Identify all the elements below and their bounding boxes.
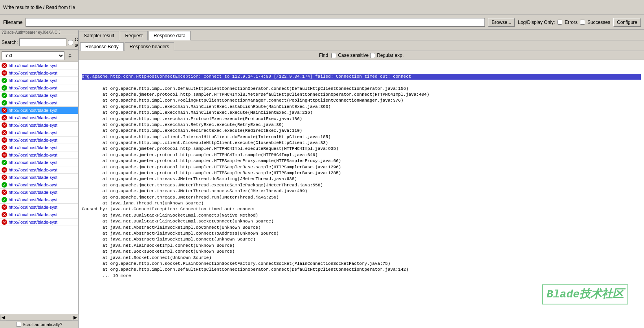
successes-checkbox[interactable]	[580, 20, 585, 25]
stack-line: at org.apache.http.impl.execchain.Redire…	[82, 128, 302, 133]
request-item[interactable]: ✕http://localhost/blade-syst	[0, 137, 78, 144]
filename-input[interactable]	[26, 18, 485, 27]
search-bar: Search: Case sensitive Regular exp. Sear…	[0, 35, 78, 50]
sub-tab-response-headers[interactable]: Response headers	[125, 42, 174, 51]
request-url: http://localhost/blade-syst	[9, 115, 57, 120]
request-item[interactable]: ✕http://localhost/blade-syst	[0, 219, 78, 226]
request-url: http://localhost/blade-syst	[9, 100, 57, 105]
request-item[interactable]: ✕http://localhost/blade-syst	[0, 211, 78, 219]
request-item[interactable]: ✕http://localhost/blade-syst	[0, 114, 78, 122]
right-panel: Sampler result Request Response data Res…	[79, 30, 644, 328]
request-item[interactable]: ✕http://localhost/blade-syst	[0, 122, 78, 129]
stack-line: at org.apache.jmeter.protocol.http.sampl…	[82, 165, 341, 169]
stack-line: at java.lang.Thread.run(Unknown Source)	[82, 201, 204, 206]
request-item[interactable]: ✓http://localhost/blade-syst	[0, 77, 78, 84]
stack-line: at org.apache.http.impl.execchain.MainCl…	[82, 110, 313, 115]
stack-line: at org.apache.jmeter.threads.JMeterThrea…	[82, 177, 297, 181]
stack-line: at org.apache.jmeter.protocol.http.sampl…	[82, 171, 341, 175]
case-sensitive-checkbox[interactable]	[68, 40, 73, 45]
left-panel-top-text: ?Blade-Auth=bearer eyJ0eXAiOiJ	[0, 30, 78, 35]
stack-line: at org.apache.jmeter.threads.JMeterThrea…	[82, 189, 307, 193]
search-input[interactable]	[19, 38, 66, 46]
stack-line: Caused by: java.net.ConnectException: Co…	[82, 207, 255, 211]
browse-button[interactable]: Browse...	[488, 18, 515, 27]
main-container: Write results to file / Read from file F…	[0, 0, 644, 328]
find-bar: Find Case sensitive Regular exp.	[79, 51, 644, 60]
find-case-sensitive-label: Case sensitive	[338, 53, 369, 58]
response-body: org.apache.http.conn.HttpHostConnectExce…	[79, 60, 644, 328]
stack-line: at java.net.Socket.connect(Unknown Sourc…	[82, 255, 211, 260]
sub-tabs-row: Response Body Response headers	[79, 40, 644, 51]
errors-label: Errors	[565, 20, 578, 25]
request-item[interactable]: ✕http://localhost/blade-syst	[0, 204, 78, 211]
tab-response-data[interactable]: Response data	[149, 31, 191, 40]
request-item[interactable]: ✓http://localhost/blade-syst	[0, 159, 78, 166]
auth-text: ?Blade-Auth=bearer eyJ0eXAiOiJ	[2, 30, 61, 35]
sub-tab-response-body[interactable]: Response Body	[80, 42, 124, 51]
tab-request[interactable]: Request	[120, 31, 148, 40]
request-url: http://localhost/blade-syst	[9, 63, 57, 68]
request-item[interactable]: ✓http://localhost/blade-syst	[0, 181, 78, 189]
request-item[interactable]: ✕http://localhost/blade-syst	[0, 151, 78, 159]
request-url: http://localhost/blade-syst	[9, 86, 57, 90]
find-regular-exp-label: Regular exp.	[377, 53, 404, 58]
errors-checkbox[interactable]	[557, 20, 562, 25]
scroll-right-btn[interactable]: ▶	[72, 315, 78, 320]
log-display-label: Log/Display Only:	[518, 20, 555, 25]
main-tabs-row: Sampler result Request Response data	[79, 30, 644, 40]
request-item[interactable]: ✕http://localhost/blade-syst	[0, 107, 78, 114]
status-icon-success: ✓	[2, 182, 7, 188]
tab-sampler-result[interactable]: Sampler result	[79, 31, 119, 40]
request-url: http://localhost/blade-syst	[9, 190, 57, 195]
request-url: http://localhost/blade-syst	[9, 205, 57, 210]
request-item[interactable]: ✕http://localhost/blade-syst	[0, 129, 78, 137]
request-url: http://localhost/blade-syst	[9, 220, 57, 224]
find-regular-exp-checkbox[interactable]	[370, 53, 375, 58]
status-icon-error: ✕	[2, 130, 7, 135]
status-icon-success: ✓	[2, 85, 7, 91]
request-item[interactable]: ✓http://localhost/blade-syst	[0, 84, 78, 92]
status-icon-success: ✓	[2, 100, 7, 106]
status-icon-error: ✕	[2, 108, 7, 113]
status-icon-success: ✓	[2, 197, 7, 202]
status-icon-error: ✕	[2, 145, 7, 150]
status-icon-error: ✕	[2, 219, 7, 225]
request-item[interactable]: ✓http://localhost/blade-syst	[0, 196, 78, 204]
request-item[interactable]: ✕http://localhost/blade-syst	[0, 174, 78, 181]
request-item[interactable]: ✓http://localhost/blade-syst	[0, 99, 78, 107]
status-icon-error: ✕	[2, 70, 7, 76]
stack-line: at java.net.AbstractPlainSocketImpl.conn…	[82, 237, 255, 242]
stack-line: at org.apache.jmeter.protocol.http.sampl…	[82, 153, 318, 157]
find-case-sensitive-checkbox[interactable]	[331, 53, 336, 58]
stack-line: at org.apache.jmeter.protocol.http.sampl…	[82, 92, 429, 97]
request-item[interactable]: ✕http://localhost/blade-syst	[0, 144, 78, 151]
request-url: http://localhost/blade-syst	[9, 108, 57, 113]
configure-button[interactable]: Configure	[613, 18, 641, 27]
status-icon-error: ✕	[2, 115, 7, 120]
status-icon-error: ✕	[2, 212, 7, 217]
scroll-left-btn[interactable]: ◀	[0, 315, 6, 320]
stack-line: at java.net.SocksSocketImpl.connect(Unkn…	[82, 249, 235, 254]
request-item[interactable]: ✕http://localhost/blade-syst	[0, 62, 78, 69]
status-icon-error: ✕	[2, 190, 7, 195]
status-icon-error: ✕	[2, 167, 7, 173]
format-select[interactable]: Text JSON XML CSV	[2, 51, 64, 60]
request-item[interactable]: ✓http://localhost/blade-syst	[0, 92, 78, 99]
case-sensitive-label: Case sensitive	[75, 37, 79, 48]
stack-line: at org.apache.jmeter.threads.JMeterThrea…	[82, 195, 279, 200]
stack-line: at org.apache.http.impl.execchain.RetryE…	[82, 122, 284, 127]
request-item[interactable]: ✕http://localhost/blade-syst	[0, 166, 78, 174]
request-url: http://localhost/blade-syst	[9, 175, 57, 180]
stack-line: at org.apache.jmeter.protocol.http.sampl…	[82, 146, 339, 151]
request-list[interactable]: ✕http://localhost/blade-syst✕http://loca…	[0, 62, 78, 314]
stack-line: at java.net.AbstractPlainSocketImpl.conn…	[82, 231, 279, 236]
status-icon-error: ✕	[2, 122, 7, 128]
request-item[interactable]: ✕http://localhost/blade-syst	[0, 69, 78, 77]
request-url: http://localhost/blade-syst	[9, 197, 57, 202]
stack-line: at org.apache.http.impl.client.InternalH…	[82, 135, 331, 139]
stack-line: at org.apache.http.impl.client.Closeable…	[82, 140, 328, 145]
request-item[interactable]: ✕http://localhost/blade-syst	[0, 189, 78, 196]
successes-label: Successes	[587, 20, 610, 25]
scroll-auto-checkbox[interactable]	[16, 322, 21, 327]
find-label: Find	[319, 53, 328, 58]
